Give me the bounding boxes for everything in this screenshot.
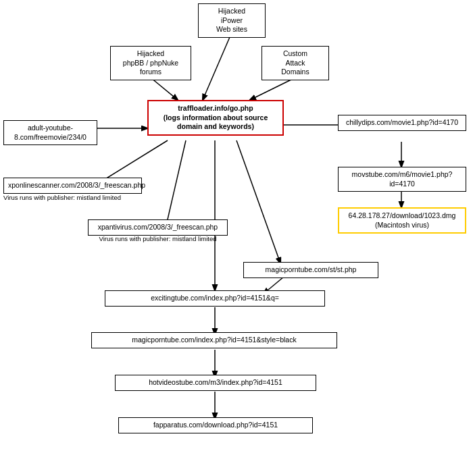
node-xponline: xponlinescanner.com/2008/3/_freescan.php xyxy=(3,178,142,194)
svg-line-1 xyxy=(151,78,178,100)
node-magicporn-st: magicporntube.com/st/st.php xyxy=(243,262,378,278)
node-custom-attack: Custom Attack Domains xyxy=(262,46,329,80)
svg-line-8 xyxy=(166,140,186,228)
node-fapparatus: fapparatus.com/download.php?id=4151 xyxy=(118,417,313,433)
svg-line-2 xyxy=(250,78,295,100)
arrows-layer xyxy=(0,0,473,476)
node-hotvideostube: hotvideostube.com/m3/index.php?id=4151 xyxy=(115,375,316,391)
node-xponline-sublabel: Virus runs with publisher: mistland limi… xyxy=(3,194,142,201)
svg-line-9 xyxy=(236,140,280,263)
node-mac-virus: 64.28.178.27/download/1023.dmg (Macintos… xyxy=(338,207,466,234)
node-traffloader: traffloader.info/go.php (logs informatio… xyxy=(147,100,284,136)
node-hijacked-phpbb: Hijacked phpBB / phpNuke forums xyxy=(110,46,191,80)
node-movstube: movstube.com/m6/movie1.php?id=4170 xyxy=(338,167,466,192)
attack-diagram: Hijacked iPower Web sites Hijacked phpBB… xyxy=(0,0,473,476)
node-xpantivirus-sublabel: Virus runs with publisher: mistland limi… xyxy=(88,235,228,242)
node-chillydips: chillydips.com/movie1.php?id=4170 xyxy=(338,115,466,131)
node-xpantivirus: xpantivirus.com/2008/3/_freescan.php xyxy=(88,219,228,236)
svg-line-0 xyxy=(203,37,230,100)
node-magicporn-index: magicporntube.com/index.php?id=4151&styl… xyxy=(91,332,337,348)
node-adult-youtube: adult-youtube-8.com/freemovie/234/0 xyxy=(3,120,97,145)
node-hijacked-ipower: Hijacked iPower Web sites xyxy=(198,3,266,38)
node-excitingtube: excitingtube.com/index.php?id=4151&q= xyxy=(105,290,325,307)
